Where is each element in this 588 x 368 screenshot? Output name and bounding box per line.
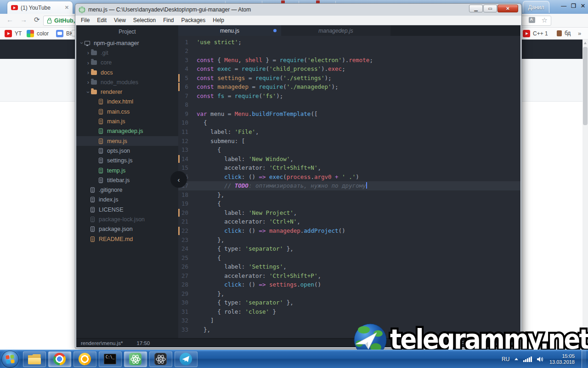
code-line-17[interactable]: 17// TODO: оптимизировать, нужно по друг… (178, 181, 520, 190)
chevron-right-icon[interactable]: › (85, 59, 91, 66)
minimize-button[interactable]: ▁ (469, 5, 483, 12)
code-line-21[interactable]: 21accelerator: 'Ctrl+N', (178, 217, 520, 226)
tree-item-.git[interactable]: ›.git (76, 48, 178, 58)
tab-menu-js[interactable]: menu.js (178, 25, 281, 36)
code-line-10[interactable]: 10{ (178, 118, 520, 127)
tree-item-.gitignore[interactable]: .gitignore (76, 185, 178, 195)
reload-icon[interactable]: ⟳ (34, 16, 40, 24)
taskbar-chrome-canary-button[interactable] (74, 351, 96, 367)
code-line-27[interactable]: 27accelerator: 'Ctrl+Shift+P', (178, 271, 520, 281)
tree-item-settings.js[interactable]: settings.js (76, 156, 178, 166)
modified-dot-icon[interactable] (273, 29, 277, 32)
forward-icon[interactable]: → (20, 16, 27, 23)
start-button[interactable] (1, 351, 19, 368)
bookmark-star-icon[interactable]: ☆ (542, 17, 548, 23)
code-line-11[interactable]: 11label: 'File', (178, 127, 520, 137)
code-line-15[interactable]: 15accelerator: 'Ctrl+Shift+N', (178, 163, 520, 172)
back-icon[interactable]: ← (6, 16, 13, 23)
volume-icon[interactable] (537, 356, 544, 362)
code-line-28[interactable]: 28click: () => settings.open() (178, 280, 520, 289)
tree-item-managedep.js[interactable]: managedep.js (76, 126, 178, 136)
language-indicator[interactable]: RU (502, 356, 509, 362)
tree-item-README.md[interactable]: README.md (76, 234, 178, 244)
bookmark-color[interactable]: color (27, 30, 49, 37)
atom-titlebar[interactable]: menu.js — C:\Users\danyadev\Desktop\npm-… (75, 4, 521, 16)
tree-item-temp.js[interactable]: temp.js (76, 166, 178, 175)
menu-selection[interactable]: Selection (130, 16, 159, 24)
taskbar-atom-dev-button[interactable] (149, 351, 172, 367)
scroll-up-icon[interactable] (584, 42, 587, 44)
taskbar-atom-button[interactable] (124, 351, 147, 367)
code-line-24[interactable]: 24{ type: 'separator' }, (178, 244, 520, 253)
menu-view[interactable]: View (110, 16, 130, 24)
translate-icon[interactable] (529, 17, 535, 23)
status-file-path[interactable]: renderer\menu.js* (81, 340, 123, 346)
tree-item-main.js[interactable]: main.js (76, 116, 178, 126)
menu-file[interactable]: File (77, 16, 93, 24)
tree-item-menu.js[interactable]: menu.js (76, 136, 178, 146)
bookmark-cpp[interactable]: C++ 1 (523, 30, 548, 37)
menu-help[interactable]: Help (209, 16, 228, 24)
code-line-31[interactable]: 31{ role: 'close' } (178, 307, 520, 316)
scrollbar-thumb[interactable] (583, 47, 588, 125)
tab-managedep-js[interactable]: managedep.js (281, 25, 390, 36)
code-line-19[interactable]: 19{ (178, 199, 520, 208)
code-line-7[interactable]: 7const fs = require('fs'); (178, 92, 520, 101)
code-line-16[interactable]: 16click: () => exec(process.argv0 + ' .'… (178, 172, 520, 182)
bookmarks-overflow[interactable]: » (578, 30, 581, 37)
code-line-30[interactable]: 30{ type: 'separator' }, (178, 298, 520, 307)
chevron-right-icon[interactable]: › (85, 79, 91, 86)
bookmark-bk[interactable]: BK (56, 30, 74, 37)
close-button[interactable]: ✕ (498, 5, 518, 12)
browser-close-button[interactable]: ✕ (581, 3, 585, 9)
code-line-22[interactable]: 22click: () => managedep.addProject() (178, 226, 520, 236)
code-line-12[interactable]: 12submenu: [ (178, 137, 520, 146)
code-line-29[interactable]: 29}, (178, 289, 520, 299)
page-scrollbar[interactable] (582, 40, 588, 350)
tree-item-LICENSE[interactable]: LICENSE (76, 205, 178, 214)
tree-item-index.js[interactable]: index.js (76, 195, 178, 205)
browser-maximize-button[interactable]: ❐ (571, 3, 576, 9)
tree-item-titlebar.js[interactable]: titlebar.js (76, 175, 178, 185)
code-line-20[interactable]: 20label: 'New Project', (178, 208, 520, 218)
tray-expand-icon[interactable] (514, 358, 518, 360)
tree-item-core[interactable]: ›core (76, 58, 178, 68)
taskbar-chrome-button[interactable] (48, 351, 71, 367)
maximize-button[interactable]: ▭ (483, 5, 497, 12)
taskbar-explorer-button[interactable] (23, 351, 46, 367)
browser-minimize-button[interactable]: — (561, 3, 566, 9)
code-line-8[interactable]: 8 (178, 100, 520, 109)
code-line-6[interactable]: 6const managedep = require('./managedep'… (178, 82, 520, 92)
menu-edit[interactable]: Edit (93, 16, 110, 24)
code-line-2[interactable]: 2 (178, 46, 520, 56)
tree-item-renderer[interactable]: ›renderer (76, 87, 178, 97)
tree-item-package-lock.json[interactable]: package-lock.json (76, 214, 178, 224)
code-line-9[interactable]: 9var menu = Menu.buildFromTemplate([ (178, 109, 520, 119)
chevron-right-icon[interactable]: › (85, 69, 91, 76)
code-editor[interactable]: 1'use strict';23const { Menu, shell } = … (178, 36, 520, 338)
bookmark-yt[interactable]: YT (5, 30, 22, 37)
tree-item-index.html[interactable]: index.html (76, 97, 178, 107)
menu-find[interactable]: Find (159, 16, 177, 24)
tree-item-opts.json[interactable]: opts.json (76, 146, 178, 155)
taskbar-cmd-button[interactable]: C:\_ (99, 351, 122, 367)
browser-tab-youtube[interactable]: (1) YouTube ✕ (7, 1, 73, 14)
code-line-13[interactable]: 13{ (178, 145, 520, 155)
tab-close-icon[interactable]: ✕ (65, 5, 69, 11)
code-line-14[interactable]: 14label: 'New Window', (178, 155, 520, 164)
code-line-5[interactable]: 5const settings = require('./settings'); (178, 74, 520, 83)
tree-item-docs[interactable]: ›docs (76, 68, 178, 77)
browser-profile-button[interactable]: Данил (523, 1, 549, 13)
menu-packages[interactable]: Packages (178, 16, 209, 24)
tree-item-main.css[interactable]: main.css (76, 107, 178, 116)
tree-item-node_modules[interactable]: ›node_modules (76, 77, 178, 87)
code-line-3[interactable]: 3const { Menu, shell } = require('electr… (178, 56, 520, 65)
code-line-18[interactable]: 18}, (178, 190, 520, 200)
network-icon[interactable] (523, 356, 532, 362)
tree-item-npm-gui-manager[interactable]: ›npm-gui-manager (76, 38, 178, 48)
code-line-1[interactable]: 1'use strict'; (178, 38, 520, 47)
taskbar-telegram-button[interactable] (175, 351, 198, 367)
code-line-26[interactable]: 26label: 'Settings', (178, 262, 520, 271)
code-line-4[interactable]: 4const exec = require('child_process').e… (178, 64, 520, 74)
tree-item-package.json[interactable]: package.json (76, 224, 178, 234)
